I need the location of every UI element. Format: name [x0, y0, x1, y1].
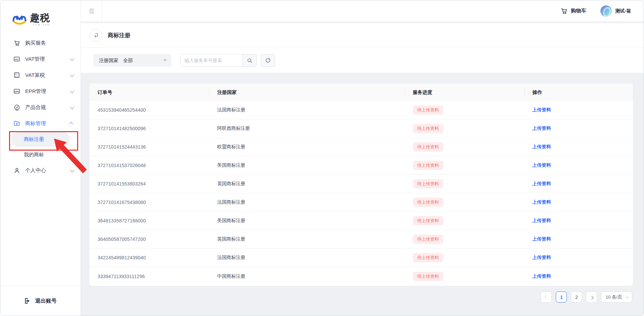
sidebar-subitem-trademark-register[interactable]: 商标注册: [11, 131, 70, 147]
sidebar-subitem-my-trademarks[interactable]: 我的商标: [11, 147, 70, 162]
sidebar-item-label: VAT管理: [25, 56, 70, 63]
upload-link[interactable]: 上传资料: [532, 255, 551, 261]
search-group: [180, 54, 275, 67]
person-icon: [13, 167, 20, 174]
country-select-value: 全部: [123, 57, 163, 64]
table-row: 372710141524443136 欧盟商标注册 待上传资料 上传资料: [90, 138, 633, 156]
page-size-value: 10 条/页: [605, 294, 622, 300]
table-row: 372710141675438080 法国商标注册 待上传资料 上传资料: [90, 193, 633, 212]
sidebar-item-label: 个人中心: [25, 167, 70, 174]
sidebar-item-buy-services[interactable]: 购买服务: [0, 35, 80, 51]
order-number: 372710141553803264: [90, 181, 209, 187]
order-number: 372710141675438080: [90, 200, 209, 205]
register-country: 英国商标注册: [209, 236, 405, 242]
submenu-item-label: 商标注册: [24, 136, 44, 143]
order-number: 342245489812439040: [90, 255, 209, 260]
back-icon: [93, 33, 99, 39]
sidebar-item-product-compliance[interactable]: 产品合规: [0, 99, 80, 115]
logout-label: 退出账号: [35, 298, 57, 305]
chevron-down-icon: [70, 105, 74, 109]
register-country: 法国商标注册: [209, 255, 405, 261]
pagination: 1 2 10 条/页: [541, 292, 632, 303]
top-header: 购物车 测试-翁: [81, 0, 644, 22]
next-page-button[interactable]: [586, 292, 597, 303]
chevron-down-icon: [626, 295, 629, 298]
register-country: 法国商标注册: [209, 199, 405, 205]
column-header-country: 注册国家: [209, 84, 405, 101]
status-badge: 待上传资料: [413, 105, 443, 115]
status-badge: 待上传资料: [413, 272, 443, 281]
country-select-label: 注册国家: [99, 57, 118, 64]
status-badge: 待上传资料: [413, 161, 443, 170]
epr-folder-icon: EPR: [13, 88, 20, 95]
search-icon: [247, 58, 253, 63]
submenu-item-label: 我的商标: [24, 152, 44, 158]
table-row: 372710141482500096 阿联酋商标注册 待上传资料 上传资料: [90, 119, 633, 138]
svg-text:×: ×: [15, 75, 17, 77]
column-header-action: 操作: [524, 84, 633, 101]
refresh-button[interactable]: [261, 54, 275, 67]
sidebar-item-label: 购买服务: [25, 40, 73, 47]
column-header-order: 订单号: [90, 84, 209, 101]
collapse-sidebar-button[interactable]: [81, 0, 102, 21]
collapse-sidebar-icon: [88, 7, 96, 15]
table-row: 364050587005747200 英国商标注册 待上传资料 上传资料: [90, 230, 633, 249]
chevron-left-icon: [544, 295, 548, 298]
upload-link[interactable]: 上传资料: [532, 236, 551, 242]
sidebar-item-label: 商标管理: [25, 120, 70, 127]
status-badge: 待上传资料: [413, 253, 443, 262]
upload-link[interactable]: 上传资料: [532, 273, 551, 279]
table-row: 372710141537026048 美国商标注册 待上传资料 上传资料: [90, 156, 633, 175]
logo-mark-icon: [12, 12, 27, 26]
brand-logo: 趣税 FUN·TAX: [0, 0, 80, 26]
svg-text:R: R: [16, 122, 18, 125]
order-number: 333947113933111296: [90, 274, 209, 279]
table-row: 333947113933111296 中国商标注册 待上传资料 上传资料: [90, 267, 633, 285]
sidebar-item-trademark-management[interactable]: R 商标管理: [0, 115, 80, 131]
page-title: 商标注册: [108, 32, 130, 39]
page-size-select[interactable]: 10 条/页: [601, 292, 632, 303]
svg-text:VAT: VAT: [15, 58, 19, 60]
sidebar-item-personal-center[interactable]: 个人中心: [0, 162, 80, 178]
sidebar-item-epr-management[interactable]: EPR EPR管理: [0, 83, 80, 99]
prev-page-button[interactable]: [541, 292, 552, 303]
search-input[interactable]: [180, 54, 243, 67]
upload-link[interactable]: 上传资料: [532, 199, 551, 205]
page-button-1[interactable]: 1: [556, 292, 567, 303]
register-country: 中国商标注册: [209, 273, 405, 279]
upload-link[interactable]: 上传资料: [532, 125, 551, 131]
register-country: 欧盟商标注册: [209, 144, 405, 150]
topbar-actions: 购物车 测试-翁: [560, 5, 644, 17]
back-button[interactable]: [90, 29, 102, 42]
upload-link[interactable]: 上传资料: [532, 181, 551, 187]
status-badge: 待上传资料: [413, 124, 443, 133]
table-header-row: 订单号 注册国家 服务进度 操作: [90, 84, 633, 101]
sidebar-menu: 购买服务 VAT VAT管理 +-×= VAT算税 EPR: [0, 35, 80, 178]
status-badge: 待上传资料: [413, 142, 443, 152]
sidebar-item-vat-management[interactable]: VAT VAT管理: [0, 51, 80, 67]
register-country: 法国商标注册: [209, 107, 405, 113]
table-row: 372710141553803264 英国商标注册 待上传资料 上传资料: [90, 175, 633, 193]
register-country: 阿联酋商标注册: [209, 125, 405, 131]
upload-link[interactable]: 上传资料: [532, 107, 551, 113]
upload-link[interactable]: 上传资料: [532, 218, 551, 224]
upload-link[interactable]: 上传资料: [532, 144, 551, 150]
status-badge: 待上传资料: [413, 216, 443, 225]
page-button-2[interactable]: 2: [571, 292, 582, 303]
check-badge-icon: [13, 104, 20, 111]
country-select[interactable]: 注册国家 全部: [94, 54, 171, 67]
user-menu[interactable]: 测试-翁: [600, 5, 631, 17]
order-number: 372710141524443136: [90, 144, 209, 150]
logout-button[interactable]: 退出账号: [24, 297, 57, 305]
chevron-down-icon: [70, 168, 74, 172]
page-title-bar: 商标注册: [81, 23, 644, 48]
search-button[interactable]: [243, 54, 257, 67]
sidebar-item-vat-calc[interactable]: +-×= VAT算税: [0, 67, 80, 83]
upload-link[interactable]: 上传资料: [532, 162, 551, 168]
order-number: 364813358727168000: [90, 218, 209, 223]
filter-bar: 注册国家 全部: [81, 48, 644, 73]
orders-table: 订单号 注册国家 服务进度 操作 453153940465254400 法国商标…: [90, 84, 633, 286]
table-row: 364813358727168000 美国商标注册 待上传资料 上传资料: [90, 212, 633, 230]
cart-button[interactable]: 购物车: [560, 7, 587, 15]
order-number: 364050587005747200: [90, 236, 209, 242]
